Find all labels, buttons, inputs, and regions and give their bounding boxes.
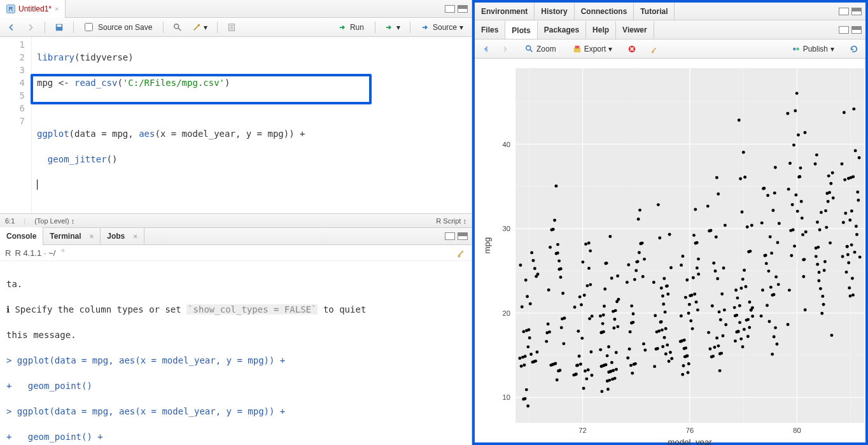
minimize-console-icon[interactable] bbox=[445, 232, 455, 240]
clear-plots-icon[interactable] bbox=[647, 43, 662, 55]
remove-plot-icon[interactable] bbox=[624, 43, 640, 55]
svg-point-420 bbox=[851, 277, 854, 280]
svg-point-332 bbox=[770, 251, 773, 255]
language-selector[interactable]: R Script ↕ bbox=[436, 217, 466, 225]
svg-point-59 bbox=[533, 267, 536, 270]
svg-point-209 bbox=[666, 292, 669, 295]
svg-point-219 bbox=[662, 277, 666, 280]
svg-point-52 bbox=[522, 364, 526, 367]
svg-point-49 bbox=[518, 357, 521, 360]
svg-point-350 bbox=[787, 323, 790, 326]
plot-canvas: 72768010203040model_yearmpg bbox=[475, 59, 865, 442]
next-plot-icon[interactable] bbox=[498, 43, 513, 55]
minimize-env-icon[interactable] bbox=[839, 8, 849, 15]
svg-point-202 bbox=[656, 347, 659, 350]
code-area[interactable]: library(tidyverse) mpg <- read_csv('C:/R… bbox=[32, 37, 472, 213]
tab-connections[interactable]: Connections bbox=[575, 3, 634, 20]
publish-button[interactable]: Publish ▾ bbox=[787, 43, 839, 55]
tab-files[interactable]: Files bbox=[475, 21, 505, 39]
close-tab-icon[interactable]: × bbox=[55, 5, 59, 13]
console-output[interactable]: ta. ℹ Specify the column types or set `s… bbox=[0, 261, 472, 445]
svg-point-104 bbox=[579, 363, 582, 366]
svg-point-335 bbox=[774, 275, 778, 278]
svg-point-53 bbox=[524, 279, 528, 282]
tab-history[interactable]: History bbox=[535, 3, 574, 20]
tab-environment[interactable]: Environment bbox=[475, 3, 535, 20]
svg-point-84 bbox=[560, 326, 563, 329]
tab-plots[interactable]: Plots bbox=[505, 21, 537, 39]
tab-packages[interactable]: Packages bbox=[538, 21, 586, 39]
maximize-plot-icon[interactable] bbox=[851, 26, 862, 34]
tab-jobs[interactable]: Jobs × bbox=[101, 227, 144, 245]
svg-point-314 bbox=[735, 314, 738, 317]
tab-viewer[interactable]: Viewer bbox=[616, 21, 654, 39]
console-tab-bar: Console Terminal × Jobs × bbox=[0, 227, 472, 245]
svg-point-425 bbox=[858, 255, 862, 258]
svg-point-238 bbox=[680, 339, 683, 343]
notebook-icon[interactable] bbox=[224, 21, 239, 34]
find-icon[interactable] bbox=[170, 21, 185, 34]
tab-terminal[interactable]: Terminal × bbox=[43, 227, 101, 245]
code-editor[interactable]: 1234567 library(tidyverse) mpg <- read_c… bbox=[0, 37, 472, 213]
back-icon[interactable] bbox=[4, 21, 19, 34]
svg-point-95 bbox=[557, 259, 561, 262]
svg-point-67 bbox=[526, 404, 529, 407]
svg-point-294 bbox=[743, 269, 746, 272]
refresh-icon[interactable] bbox=[846, 43, 862, 55]
tab-tutorial[interactable]: Tutorial bbox=[634, 3, 675, 20]
popout-icon[interactable] bbox=[59, 248, 68, 257]
svg-point-277 bbox=[710, 229, 713, 232]
svg-rect-1 bbox=[57, 24, 62, 27]
svg-point-39 bbox=[522, 330, 525, 333]
maximize-env-icon[interactable] bbox=[851, 8, 862, 15]
svg-point-413 bbox=[841, 162, 844, 166]
svg-point-416 bbox=[845, 271, 848, 274]
zoom-button[interactable]: Zoom bbox=[521, 43, 561, 55]
svg-text:76: 76 bbox=[686, 427, 694, 434]
source-button[interactable]: Source ▾ bbox=[417, 21, 468, 34]
r-file-icon: R bbox=[6, 4, 15, 13]
svg-point-248 bbox=[696, 241, 699, 244]
svg-point-225 bbox=[680, 264, 683, 267]
forward-icon[interactable] bbox=[23, 21, 38, 34]
save-icon[interactable] bbox=[52, 21, 67, 34]
svg-point-426 bbox=[841, 255, 844, 258]
svg-point-213 bbox=[654, 314, 657, 317]
svg-point-91 bbox=[552, 228, 555, 231]
run-button[interactable]: Run bbox=[334, 21, 368, 34]
svg-point-267 bbox=[713, 346, 717, 349]
broom-icon[interactable] bbox=[456, 248, 466, 258]
scope-selector[interactable]: (Top Level) ↕ bbox=[34, 217, 74, 225]
svg-point-200 bbox=[653, 365, 656, 368]
svg-point-348 bbox=[802, 275, 805, 278]
svg-point-309 bbox=[746, 335, 750, 338]
svg-point-9 bbox=[793, 47, 795, 50]
wand-icon[interactable]: ▾ bbox=[189, 21, 211, 34]
tab-console[interactable]: Console bbox=[0, 227, 43, 245]
minimize-plot-icon[interactable] bbox=[839, 26, 849, 34]
export-button[interactable]: Export ▾ bbox=[568, 43, 617, 55]
svg-point-373 bbox=[802, 258, 805, 262]
svg-point-216 bbox=[658, 236, 661, 239]
svg-point-140 bbox=[603, 288, 606, 291]
svg-point-428 bbox=[844, 212, 847, 215]
tab-help[interactable]: Help bbox=[586, 21, 616, 39]
rerun-icon[interactable]: ▾ bbox=[382, 21, 403, 34]
svg-point-308 bbox=[745, 318, 748, 321]
prev-plot-icon[interactable] bbox=[479, 43, 494, 55]
svg-point-298 bbox=[749, 250, 752, 253]
svg-point-156 bbox=[608, 235, 612, 238]
minimize-pane-icon[interactable] bbox=[445, 5, 455, 13]
file-tab[interactable]: R Untitled1* × bbox=[0, 0, 66, 18]
svg-point-144 bbox=[610, 370, 613, 373]
svg-point-113 bbox=[574, 373, 577, 376]
svg-point-315 bbox=[737, 330, 740, 333]
maximize-console-icon[interactable] bbox=[458, 232, 468, 240]
svg-point-321 bbox=[773, 336, 776, 339]
source-on-save-checkbox[interactable]: Source on Save bbox=[80, 21, 157, 34]
svg-point-301 bbox=[734, 288, 738, 292]
svg-point-279 bbox=[712, 262, 715, 265]
maximize-pane-icon[interactable] bbox=[458, 5, 468, 13]
svg-point-362 bbox=[804, 230, 808, 234]
svg-point-395 bbox=[824, 209, 827, 213]
